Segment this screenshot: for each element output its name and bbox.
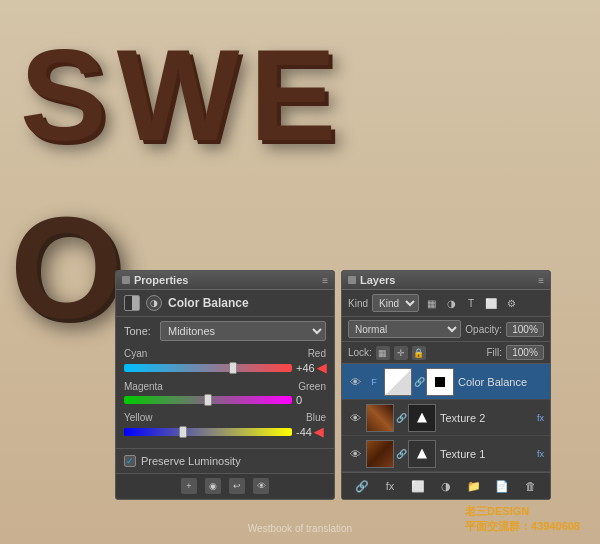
layer-color-balance[interactable]: 👁 F 🔗 Color Balance xyxy=(342,364,550,400)
watermark: Westbook of translation xyxy=(248,523,352,534)
fill-label: Fill: xyxy=(486,347,502,358)
lock-pixel-icon[interactable]: ▦ xyxy=(376,346,390,360)
lock-row: Lock: ▦ ✛ 🔒 Fill: 100% xyxy=(342,342,550,364)
tone-select[interactable]: Miditones xyxy=(160,321,326,341)
color-balance-header: ◑ Color Balance xyxy=(116,290,334,317)
layer-mask-color-balance xyxy=(426,368,454,396)
yellow-blue-value: -44 ◀ xyxy=(296,425,326,439)
preserve-label: Preserve Luminosity xyxy=(141,455,241,467)
magenta-green-slider-row: Magenta Green 0 xyxy=(124,381,326,406)
add-adjustment-button[interactable]: ◑ xyxy=(437,477,455,495)
add-link-button[interactable]: 🔗 xyxy=(353,477,371,495)
tone-label: Tone: xyxy=(124,325,154,337)
layer-texture1[interactable]: 👁 🔗 Texture 1 fx xyxy=(342,436,550,472)
properties-panel-header: Properties ≡ xyxy=(116,271,334,290)
layer-thumb-color-balance xyxy=(384,368,412,396)
delete-layer-button[interactable]: 🗑 xyxy=(521,477,539,495)
layer-visibility-color-balance[interactable]: 👁 xyxy=(348,375,362,389)
opacity-label: Opacity: xyxy=(465,324,502,335)
layer-link-texture1: 🔗 xyxy=(396,449,406,459)
panels-container: Properties ≡ ◑ Color Balance Tone: Midit… xyxy=(115,270,551,500)
color-balance-icon xyxy=(124,295,140,311)
cyan-red-track[interactable] xyxy=(124,364,292,372)
reset-button[interactable]: ↩ xyxy=(229,478,245,494)
add-group-button[interactable]: 📁 xyxy=(465,477,483,495)
layer-name-texture2: Texture 2 xyxy=(440,412,533,424)
yellow-blue-track[interactable] xyxy=(124,428,292,436)
layer-filter-shape[interactable]: ⬜ xyxy=(483,295,499,311)
add-layer-button[interactable]: 📄 xyxy=(493,477,511,495)
preserve-row: ✓ Preserve Luminosity xyxy=(116,448,334,473)
yellow-arrow: ◀ xyxy=(314,425,323,439)
eye-button[interactable]: 👁 xyxy=(253,478,269,494)
layer-thumb-texture2 xyxy=(366,404,394,432)
layer-name-color-balance: Color Balance xyxy=(458,376,544,388)
add-layer-button[interactable]: + xyxy=(181,478,197,494)
preserve-checkbox[interactable]: ✓ xyxy=(124,455,136,467)
layer-name-texture1: Texture 1 xyxy=(440,448,533,460)
visibility-button[interactable]: ◉ xyxy=(205,478,221,494)
properties-panel: Properties ≡ ◑ Color Balance Tone: Midit… xyxy=(115,270,335,500)
layer-thumb-texture1 xyxy=(366,440,394,468)
layers-menu-icon[interactable]: ≡ xyxy=(538,275,544,286)
add-mask-button[interactable]: ⬜ xyxy=(409,477,427,495)
layers-bottom-bar: 🔗 fx ⬜ ◑ 📁 📄 🗑 xyxy=(342,472,550,499)
properties-menu-icon[interactable]: ≡ xyxy=(322,275,328,286)
layers-blend-row: Normal Opacity: 100% xyxy=(342,317,550,342)
layer-type-icon: F xyxy=(366,374,382,390)
layers-panel: Layers ≡ Kind Kind ▦ ◑ T ⬜ ⚙ Normal Opac… xyxy=(341,270,551,500)
opacity-value[interactable]: 100% xyxy=(506,322,544,337)
layers-close-button[interactable] xyxy=(348,276,356,284)
properties-title: Properties xyxy=(134,274,188,286)
color-balance-title: Color Balance xyxy=(168,296,249,310)
blue-label: Blue xyxy=(306,412,326,423)
layer-filter-smart[interactable]: ⚙ xyxy=(503,295,519,311)
layers-panel-header: Layers ≡ xyxy=(342,271,550,290)
green-label: Green xyxy=(298,381,326,392)
cyan-arrow: ◀ xyxy=(317,361,326,375)
kind-label: Kind xyxy=(348,298,368,309)
layer-mask-texture1 xyxy=(408,440,436,468)
magenta-label: Magenta xyxy=(124,381,163,392)
brand-watermark: 老三DESIGN 平面交流群：43940608 xyxy=(465,504,580,534)
lock-all-icon[interactable]: 🔒 xyxy=(412,346,426,360)
layer-filter-adj[interactable]: ◑ xyxy=(443,295,459,311)
red-label: Red xyxy=(308,348,326,359)
properties-bottom-bar: + ◉ ↩ 👁 xyxy=(116,473,334,498)
layer-filter-pixel[interactable]: ▦ xyxy=(423,295,439,311)
lock-move-icon[interactable]: ✛ xyxy=(394,346,408,360)
magenta-green-track[interactable] xyxy=(124,396,292,404)
layer-texture2[interactable]: 👁 🔗 Texture 2 fx xyxy=(342,400,550,436)
layer-link-icon: 🔗 xyxy=(414,377,424,387)
cyan-label: Cyan xyxy=(124,348,147,359)
layer-visibility-texture2[interactable]: 👁 xyxy=(348,411,362,425)
layer-link-texture2: 🔗 xyxy=(396,413,406,423)
bottom-text: O xyxy=(10,185,128,352)
layer-fx-texture1: fx xyxy=(537,449,544,459)
layers-title: Layers xyxy=(360,274,395,286)
layers-toolbar: Kind Kind ▦ ◑ T ⬜ ⚙ xyxy=(342,290,550,317)
cyan-red-slider-row: Cyan Red +46 ◀ xyxy=(124,348,326,375)
layer-mask-texture2 xyxy=(408,404,436,432)
magenta-green-value: 0 xyxy=(296,394,326,406)
adjustment-icon: ◑ xyxy=(146,295,162,311)
blend-mode-select[interactable]: Normal xyxy=(348,320,461,338)
kind-select[interactable]: Kind xyxy=(372,294,419,312)
yellow-label: Yellow xyxy=(124,412,153,423)
tone-row: Tone: Miditones xyxy=(116,317,334,345)
cyan-red-value: +46 ◀ xyxy=(296,361,326,375)
layer-filter-type[interactable]: T xyxy=(463,295,479,311)
lock-label: Lock: xyxy=(348,347,372,358)
properties-close-button[interactable] xyxy=(122,276,130,284)
slider-group: Cyan Red +46 ◀ Magenta Green xyxy=(116,345,334,448)
sweet-text: SWE xyxy=(20,20,346,170)
layer-fx-texture2: fx xyxy=(537,413,544,423)
yellow-blue-slider-row: Yellow Blue -44 ◀ xyxy=(124,412,326,439)
add-fx-button[interactable]: fx xyxy=(381,477,399,495)
fill-value[interactable]: 100% xyxy=(506,345,544,360)
layer-visibility-texture1[interactable]: 👁 xyxy=(348,447,362,461)
